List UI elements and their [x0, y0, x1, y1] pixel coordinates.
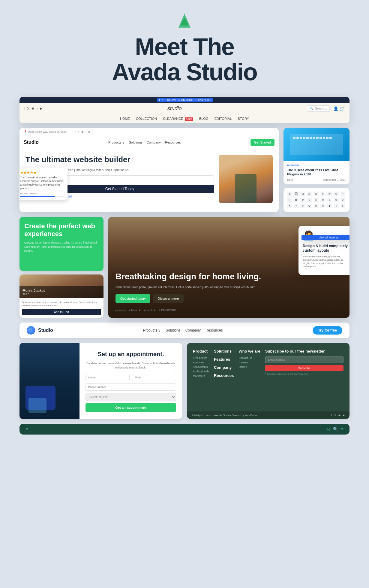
appointment-title: Set up an appointment. [86, 350, 176, 358]
dark-hero-cta-button[interactable]: Get started today [116, 294, 150, 303]
design-build-title: Design & build completely custom layouts [303, 244, 348, 253]
phone-input[interactable] [86, 383, 176, 391]
add-to-cart-button[interactable]: Add to Cart [22, 309, 101, 315]
green-card: Create the perfect web experiences Quisq… [20, 217, 104, 271]
demo-logo: Studio [24, 140, 39, 145]
search-icon[interactable]: 🔍 [333, 427, 338, 432]
demo-nav: Studio Products ∨ Solutions Company Reso… [20, 136, 279, 149]
name-row [86, 374, 176, 381]
row-two: 📍 5678 Setice Way Coeur D Alene f𝕏 ◉♪ ▶ … [20, 128, 350, 212]
blog-card-body: Business The 9 Best WordPress Live Chat … [284, 161, 350, 184]
dark-hero-discover-button[interactable]: Discover more [153, 294, 184, 303]
newsletter-email-input[interactable] [265, 356, 344, 363]
demo-body: ★★★★★ The ThemeFusion team provides exce… [20, 149, 279, 209]
appointment-card: Set up an appointment. Curabitur aliquet… [20, 343, 182, 419]
search-bar[interactable]: 🔍 Search... [307, 105, 330, 112]
icons-grid: ⊞ 🔲 ⊡ ⊠ ⊟ ◈ ⟳ ⊕ ≡ ◻ ▣ ⊗ ⊙ ◎ ⊛ ⊘ ⊜ [287, 192, 346, 208]
demo-header: 📍 5678 Setice Way Coeur D Alene f𝕏 ◉♪ ▶ [20, 128, 279, 136]
green-card-title: Create the perfect web experiences [24, 222, 99, 238]
grid-icon[interactable]: ≡ [341, 427, 344, 432]
footer-bottom: © All rights reserved • Avada Studio • P… [187, 411, 350, 419]
first-name-input[interactable] [132, 374, 176, 381]
site-name: studio [167, 105, 182, 112]
icons-card: ⊞ 🔲 ⊡ ⊠ ⊟ ◈ ⟳ ⊕ ≡ ◻ ▣ ⊗ ⊙ ◎ ⊛ ⊘ ⊜ [284, 188, 350, 212]
appointment-body: Curabitur aliquet quam id dui posuere bl… [86, 362, 176, 370]
menu-icon[interactable]: ≡ [26, 427, 28, 432]
navbar-logo-group: Studio [27, 326, 53, 335]
footer-card: Product Freelancers Agencies Accountants… [187, 343, 350, 419]
product-overlay: Men's Jacket $62.0 [20, 286, 104, 298]
view-features-button[interactable]: View all features [302, 235, 350, 240]
footer-col-solutions: Solutions Features Company Resources [214, 349, 234, 381]
design-build-body: Nam aliquet ante porta, gravida elit int… [303, 255, 348, 268]
dark-hero-buttons: Get started today Discover more [116, 294, 342, 303]
delivery-bar: FREE DELIVERY ON ORDERS OVER $80 [20, 97, 350, 103]
brand-logos: [spaces] interior ✦ urbanö ✶ HEMISFERIO [116, 309, 342, 312]
navbar-row: Studio Products ∨ Solutions Company Reso… [20, 323, 350, 338]
nav-icons: 👤 🛒 [333, 106, 345, 111]
navbar-links: Products ∨ Solutions Company Resources [143, 328, 223, 332]
product-card: Men's Jacket $62.0 Quisque sed diam in s… [20, 274, 104, 318]
circle-icon[interactable]: ◎ [326, 427, 330, 432]
product-image: Men's Jacket $62.0 [20, 274, 104, 298]
logo-icon [176, 12, 194, 34]
browser-nav: f𝕏◉♪▶ studio 🔍 Search... 👤 🛒 [20, 103, 350, 114]
teal-bar-left-icons: ≡ [26, 427, 28, 432]
dark-hero-body: Nam aliquet ante porta, gravida elit int… [116, 285, 342, 289]
name-input[interactable] [86, 374, 130, 381]
subscribe-button[interactable]: Subscribe [265, 365, 344, 371]
footer-newsletter: Subscribe to our free newsletter Subscri… [265, 349, 344, 381]
blog-meta: Dario September 7, 2021 [287, 178, 346, 181]
product-actions: Quisque sed diam in sem placerat element… [20, 298, 104, 318]
demo-hero-image [219, 155, 273, 203]
footer-col-product: Product Freelancers Agencies Accountants… [193, 349, 209, 381]
left-small-cards: Create the perfect web experiences Quisq… [20, 217, 104, 318]
demo-hero-title: The ultimate website builder [26, 155, 214, 164]
review-card: ★★★★★ The ThemeFusion team provides exce… [20, 168, 68, 200]
teal-bar-right-icons: ◎ 🔍 ≡ [326, 427, 344, 432]
teal-bottom-bar: ≡ ◎ 🔍 ≡ [20, 424, 350, 435]
design-build-card: 🧑‍💼 Design & build completely custom lay… [298, 226, 350, 275]
social-icons: f𝕏◉♪▶ [24, 107, 42, 111]
blog-card-image [284, 128, 350, 161]
row-five: Set up an appointment. Curabitur aliquet… [20, 343, 350, 419]
footer-card-inner: Product Freelancers Agencies Accountants… [187, 343, 350, 399]
row-three: Create the perfect web experiences Quisq… [20, 217, 350, 318]
footer-social: f 𝕏 ◉ ▶ [331, 414, 345, 417]
blog-card: Business The 9 Best WordPress Live Chat … [284, 128, 350, 184]
browser-menu: HOME COLLECTION CLEARANCE SALE BLOG EDIT… [20, 114, 350, 123]
navbar-logo-icon [27, 326, 35, 335]
footer-col-who: Who we are Contact Us Careers Offices [239, 349, 260, 381]
top-browser-mockup: FREE DELIVERY ON ORDERS OVER $80 f𝕏◉♪▶ s… [20, 97, 350, 123]
dark-hero-card: 🧑‍💼 Design & build completely custom lay… [108, 217, 350, 318]
demo-nav-links: Products ∨ Solutions Company Resources [108, 141, 181, 144]
right-panel: Business The 9 Best WordPress Live Chat … [284, 128, 350, 212]
teal-bar-inner: ≡ ◎ 🔍 ≡ [20, 424, 350, 435]
service-select[interactable]: Select required [86, 393, 176, 401]
main-title: Meet The Avada Studio [112, 34, 257, 85]
navbar-brand: Studio [38, 328, 53, 333]
green-card-body: Quisque ipsum lorem, rhoncus a tellus in… [24, 241, 99, 253]
appointment-image [20, 343, 80, 419]
appointment-submit-button[interactable]: Get an appointment [86, 403, 176, 412]
appointment-form: Set up an appointment. Curabitur aliquet… [80, 343, 182, 419]
navbar-try-free-button[interactable]: Try for free [313, 326, 342, 335]
main-demo-card: 📍 5678 Setice Way Coeur D Alene f𝕏 ◉♪ ▶ … [20, 128, 279, 212]
demo-get-started-btn[interactable]: Get Started [250, 139, 274, 146]
